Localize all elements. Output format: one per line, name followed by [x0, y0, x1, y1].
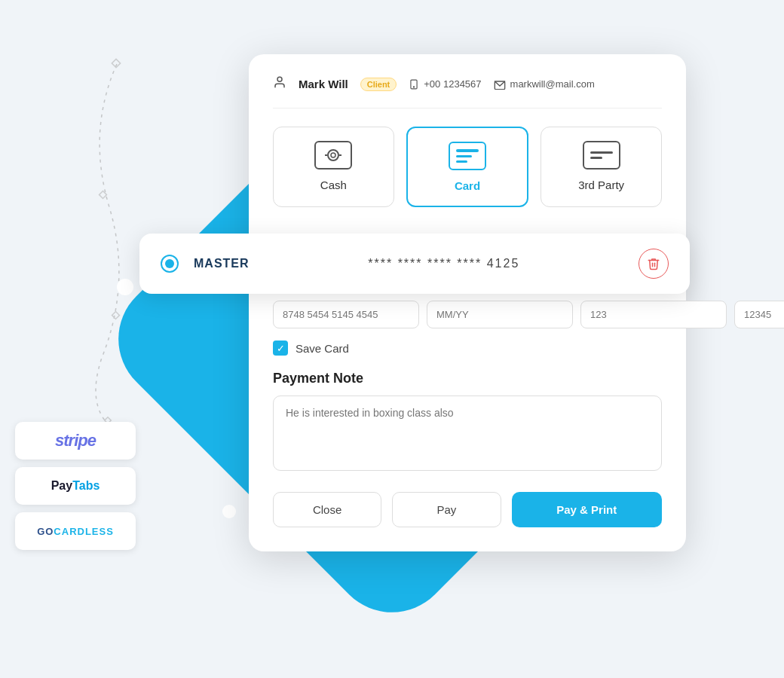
- card-radio-button[interactable]: [161, 255, 179, 273]
- paytabs-logo-box[interactable]: PayTabs: [15, 467, 136, 505]
- pay-button[interactable]: Pay: [392, 492, 501, 527]
- user-icon: [273, 75, 286, 93]
- paytabs-logo: PayTabs: [51, 479, 100, 493]
- card-tab-label: Card: [455, 179, 480, 192]
- email-address: markwill@mail.com: [510, 78, 595, 90]
- card-number-input[interactable]: [273, 301, 419, 328]
- svg-point-4: [277, 77, 282, 81]
- card-input-row: [273, 301, 662, 328]
- save-card-label: Save Card: [296, 342, 349, 355]
- decorative-circle-1: [117, 279, 133, 295]
- email-info: markwill@mail.com: [494, 78, 595, 90]
- payment-note-label: Payment Note: [273, 371, 662, 386]
- third-party-tab-label: 3rd Party: [578, 179, 624, 191]
- card-brand-label: MASTER: [194, 257, 250, 270]
- payment-note-section: Payment Note: [273, 371, 662, 492]
- payment-note-textarea[interactable]: [273, 396, 662, 471]
- radio-inner-dot: [165, 259, 174, 268]
- zip-input[interactable]: [734, 301, 784, 328]
- save-card-row: ✓ Save Card: [273, 341, 662, 356]
- card-number-masked: **** **** **** **** 4125: [265, 257, 623, 270]
- tab-card[interactable]: Card: [406, 127, 529, 207]
- phone-info: +00 1234567: [409, 78, 481, 90]
- modal-header: Mark Will Client +00 1234567 markwill@ma…: [273, 75, 662, 108]
- expiry-input[interactable]: [427, 301, 573, 328]
- phone-number: +00 1234567: [424, 78, 481, 90]
- pay-print-button[interactable]: Pay & Print: [512, 492, 662, 527]
- tab-cash[interactable]: Cash: [273, 127, 394, 207]
- svg-point-10: [331, 153, 335, 157]
- close-button[interactable]: Close: [273, 492, 381, 527]
- cvv-input[interactable]: [580, 301, 727, 328]
- payment-modal: Mark Will Client +00 1234567 markwill@ma…: [249, 54, 686, 551]
- stripe-logo-box[interactable]: stripe: [15, 422, 136, 460]
- tab-third-party[interactable]: 3rd Party: [541, 127, 662, 207]
- client-badge: Client: [360, 78, 397, 91]
- svg-point-7: [414, 86, 415, 87]
- user-name: Mark Will: [299, 78, 348, 90]
- side-payment-logos: stripe PayTabs GOCARDLESS: [15, 422, 136, 550]
- gocardless-logo-box[interactable]: GOCARDLESS: [15, 512, 136, 550]
- cash-icon: [314, 141, 352, 170]
- delete-card-button[interactable]: [639, 249, 669, 279]
- card-icon: [449, 142, 486, 170]
- action-buttons: Close Pay Pay & Print: [273, 492, 662, 527]
- saved-card-row: MASTER **** **** **** **** 4125: [139, 234, 690, 294]
- gocardless-logo: GOCARDLESS: [37, 526, 114, 537]
- decorative-circle-2: [222, 505, 236, 518]
- payment-method-tabs: Cash Card 3rd Party: [273, 127, 662, 207]
- stripe-logo: stripe: [55, 431, 96, 450]
- save-card-checkbox[interactable]: ✓: [273, 341, 288, 356]
- svg-rect-2: [112, 312, 120, 319]
- decorative-dashes: [72, 56, 147, 436]
- party-icon: [583, 141, 620, 170]
- svg-point-9: [328, 150, 338, 160]
- cash-tab-label: Cash: [320, 179, 347, 191]
